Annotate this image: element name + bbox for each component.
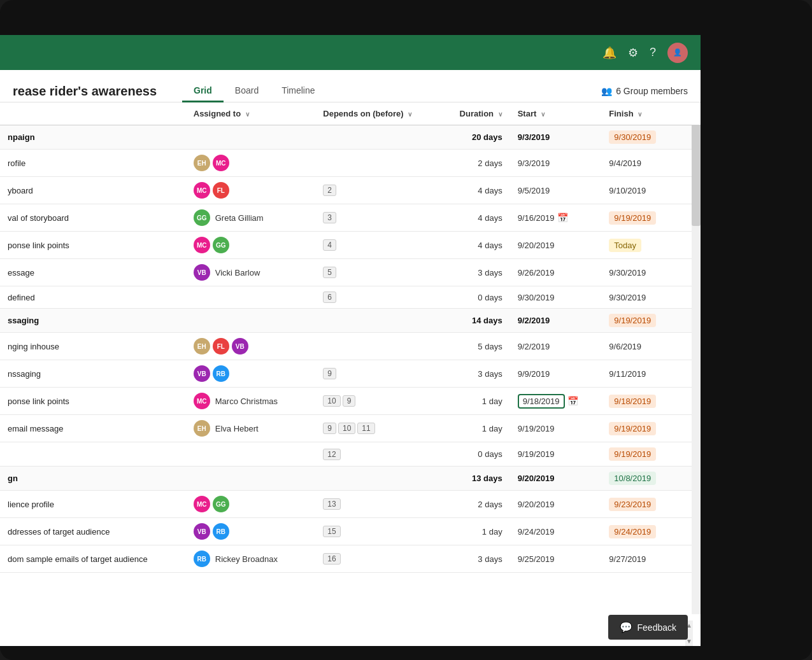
task-start[interactable]: 9/20/2019 xyxy=(510,232,602,259)
task-start[interactable]: 9/2/2019 xyxy=(510,333,602,360)
task-finish: 9/23/2019 xyxy=(601,491,701,518)
task-start[interactable]: 9/9/2019 xyxy=(510,360,602,388)
task-start[interactable]: 9/18/2019📅 xyxy=(510,388,602,415)
task-name[interactable]: val of storyboard xyxy=(0,204,186,232)
dep-badge: 3 xyxy=(323,212,336,223)
avatar-row: MCGG xyxy=(194,496,308,512)
group-finish: 10/8/2019 xyxy=(601,467,701,491)
bell-icon[interactable]: 🔔 xyxy=(602,46,616,60)
task-depends: 16 xyxy=(315,545,440,573)
table-wrapper: Assigned to ∨ Depends on (before) ∨ Dura… xyxy=(0,102,701,637)
task-duration: 1 day xyxy=(441,518,510,545)
col-header-finish[interactable]: Finish ∨ xyxy=(601,102,701,125)
task-start[interactable]: 9/30/2019 xyxy=(510,286,602,309)
table-row: email message EH Elva Hebert 91011 1 day… xyxy=(0,415,701,442)
avatar-row: MC Marco Christmas xyxy=(194,393,308,409)
task-name[interactable]: ddresses of target audience xyxy=(0,518,186,545)
right-scrollbar[interactable] xyxy=(692,111,701,614)
avatar: MC xyxy=(194,496,210,512)
finish-badge-today: Today xyxy=(609,239,641,252)
task-start[interactable]: 9/25/2019 xyxy=(510,545,602,573)
task-depends xyxy=(315,150,440,177)
task-name[interactable]: nssaging xyxy=(0,360,186,388)
task-assigned: VBRB xyxy=(186,518,316,545)
dep-badge: 9 xyxy=(343,395,356,407)
finish-badge-red: 9/24/2019 xyxy=(609,525,656,538)
group-name[interactable]: ssaging xyxy=(0,309,186,333)
calendar-icon[interactable]: 📅 xyxy=(557,213,568,223)
task-assigned: EHFLVB xyxy=(186,333,316,360)
task-duration: 1 day xyxy=(441,388,510,415)
task-start[interactable]: 9/5/2019 xyxy=(510,177,602,204)
task-name[interactable]: essage xyxy=(0,259,186,286)
finish-date: 9/30/2019 xyxy=(609,268,646,277)
header-area: rease rider's awareness Grid Board Timel… xyxy=(0,70,701,102)
task-name[interactable]: email message xyxy=(0,415,186,442)
task-depends: 3 xyxy=(315,204,440,232)
avatar[interactable]: 👤 xyxy=(667,43,688,63)
avatar: FL xyxy=(213,338,229,355)
task-name[interactable]: ponse link points xyxy=(0,388,186,415)
start-cell-active[interactable]: 9/18/2019 xyxy=(518,394,565,409)
dep-badge: 6 xyxy=(323,291,336,303)
col-header-start[interactable]: Start ∨ xyxy=(510,102,602,125)
group-duration: 20 days xyxy=(441,125,510,150)
task-start[interactable]: 9/16/2019📅 xyxy=(510,204,602,232)
finish-badge: 9/19/2019 xyxy=(609,314,656,327)
group-duration: 13 days xyxy=(441,467,510,491)
task-start[interactable]: 9/19/2019 xyxy=(510,442,602,467)
group-assigned xyxy=(186,309,316,333)
top-bar: 🔔 ⚙ ? 👤 xyxy=(0,35,701,70)
task-start[interactable]: 9/20/2019 xyxy=(510,491,602,518)
task-name[interactable]: dom sample emails of target audience xyxy=(0,545,186,573)
task-name[interactable]: rofile xyxy=(0,150,186,177)
tab-board[interactable]: Board xyxy=(224,80,270,102)
task-start[interactable]: 9/24/2019 xyxy=(510,518,602,545)
col-header-depends[interactable]: Depends on (before) ∨ xyxy=(315,102,440,125)
task-start[interactable]: 9/19/2019 xyxy=(510,415,602,442)
task-name[interactable]: lience profile xyxy=(0,491,186,518)
avatar: EH xyxy=(194,420,210,437)
group-start: 9/3/2019 xyxy=(510,125,602,150)
task-name[interactable]: ponse link points xyxy=(0,232,186,259)
dep-badge: 9 xyxy=(323,368,336,379)
tab-timeline[interactable]: Timeline xyxy=(270,80,326,102)
dep-badge: 10 xyxy=(338,423,355,434)
col-header-assigned[interactable]: Assigned to ∨ xyxy=(186,102,316,125)
task-name[interactable]: nging inhouse xyxy=(0,333,186,360)
task-start[interactable]: 9/26/2019 xyxy=(510,259,602,286)
task-depends: 91011 xyxy=(315,415,440,442)
col-header-duration[interactable]: Duration ∨ xyxy=(441,102,510,125)
group-members[interactable]: 👥 6 Group members xyxy=(601,86,688,96)
task-finish: 9/18/2019 xyxy=(601,388,701,415)
group-name[interactable]: npaign xyxy=(0,125,186,150)
task-finish: 9/30/2019 xyxy=(601,286,701,309)
task-start[interactable]: 9/3/2019 xyxy=(510,150,602,177)
task-duration: 3 days xyxy=(441,360,510,388)
table-row: 12 0 days 9/19/2019 9/19/2019 xyxy=(0,442,701,467)
group-finish: 9/19/2019 xyxy=(601,309,701,333)
task-name[interactable]: yboard xyxy=(0,177,186,204)
task-assigned: MCFL xyxy=(186,177,316,204)
scrollbar-thumb[interactable] xyxy=(692,111,701,226)
task-name[interactable]: defined xyxy=(0,286,186,309)
table-row: dom sample emails of target audience RB … xyxy=(0,545,701,573)
dep-badge: 13 xyxy=(323,498,340,510)
assignee-name: Greta Gilliam xyxy=(215,213,264,223)
feedback-button[interactable]: 💬 Feedback xyxy=(608,615,688,640)
settings-icon[interactable]: ⚙ xyxy=(628,46,638,60)
task-name[interactable] xyxy=(0,442,186,467)
avatar: VB xyxy=(194,365,210,382)
task-finish: 9/6/2019 xyxy=(601,333,701,360)
avatar: EH xyxy=(194,155,210,171)
help-icon[interactable]: ? xyxy=(650,46,656,59)
task-assigned: GG Greta Gilliam xyxy=(186,204,316,232)
group-name[interactable]: gn xyxy=(0,467,186,491)
tab-grid[interactable]: Grid xyxy=(182,80,224,102)
finish-badge: 10/8/2019 xyxy=(609,472,656,485)
calendar-icon[interactable]: 📅 xyxy=(567,396,578,406)
avatar: GG xyxy=(194,209,210,226)
dep-badge: 4 xyxy=(323,239,336,251)
finish-date: 9/4/2019 xyxy=(609,158,641,168)
avatar: FL xyxy=(213,182,229,199)
